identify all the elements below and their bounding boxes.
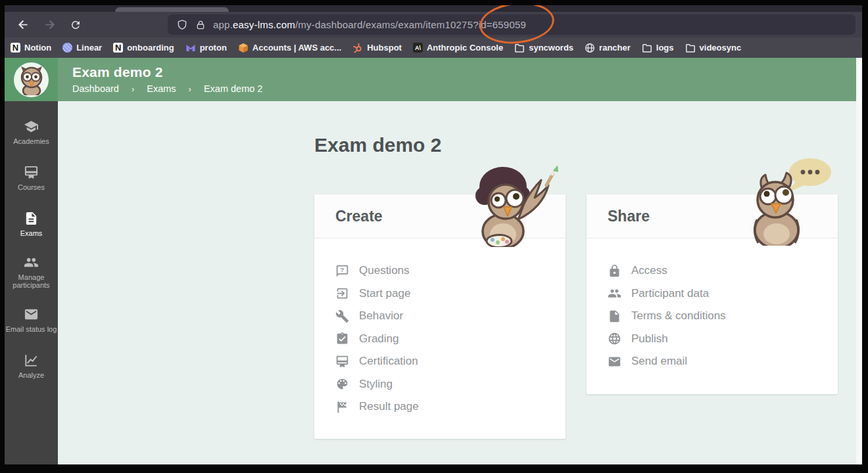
sidebar-item-manage-participants[interactable]: Manage participants xyxy=(5,247,58,297)
back-button[interactable] xyxy=(15,17,31,33)
bookmark-label: logs xyxy=(656,43,674,53)
sidebar-item-label: Academies xyxy=(13,137,49,145)
bookmark-linear[interactable]: Linear xyxy=(62,43,102,53)
bookmark-label: Notion xyxy=(24,43,51,53)
bookmark-onboarding[interactable]: Nonboarding xyxy=(113,43,174,53)
bookmark-anthropic-console[interactable]: A\Anthropic Console xyxy=(413,43,503,53)
url-bar[interactable]: app.easy-lms.com/my-dashboard/exams/exam… xyxy=(168,14,856,35)
wrench-icon xyxy=(335,309,349,323)
create-item-styling[interactable]: Styling xyxy=(335,373,566,396)
share-item-label: Participant data xyxy=(631,287,709,300)
bookmark-label: Anthropic Console xyxy=(427,43,503,53)
share-item-label: Access xyxy=(631,264,667,277)
sidebar-nav: Academies Courses Exams Manage participa… xyxy=(5,101,58,389)
bookmark-syncwords[interactable]: syncwords xyxy=(514,43,573,53)
graduation-cap-icon xyxy=(24,119,39,134)
sidebar-item-label: Manage participants xyxy=(8,273,55,289)
back-arrow-icon xyxy=(16,18,30,32)
share-item-publish[interactable]: Publish xyxy=(608,328,838,351)
breadcrumb-exams[interactable]: Exams xyxy=(147,83,176,94)
proton-mail-icon xyxy=(185,43,196,53)
notion-icon: N xyxy=(113,43,123,53)
create-item-start-page[interactable]: Start page xyxy=(335,282,566,305)
aws-cube-icon xyxy=(238,43,249,53)
globe-icon xyxy=(585,43,595,53)
bookmark-label: rancher xyxy=(599,43,631,53)
bookmark-label: Accounts | AWS acc... xyxy=(253,43,341,53)
enter-page-icon xyxy=(335,286,349,300)
sidebar: Academies Courses Exams Manage participa… xyxy=(5,58,58,464)
breadcrumb-dashboard[interactable]: Dashboard xyxy=(72,83,119,94)
hubspot-icon xyxy=(352,43,363,53)
share-item-send-email[interactable]: Send email xyxy=(608,350,838,373)
bookmark-rancher[interactable]: rancher xyxy=(585,43,631,53)
certificate-icon xyxy=(24,165,39,180)
sidebar-item-academies[interactable]: Academies xyxy=(5,109,58,155)
create-item-behavior[interactable]: Behavior xyxy=(335,305,566,328)
folder-icon xyxy=(514,43,525,53)
screenshot-frame: app.easy-lms.com/my-dashboard/exams/exam… xyxy=(0,0,868,473)
file-icon xyxy=(608,309,621,323)
mail-icon xyxy=(608,355,621,369)
mascot-owl-painter xyxy=(469,166,562,247)
mail-icon xyxy=(24,307,39,322)
create-item-label: Certification xyxy=(359,355,418,368)
share-item-label: Send email xyxy=(631,355,687,368)
bookmark-label: videosync xyxy=(700,43,742,53)
create-item-label: Questions xyxy=(359,264,410,277)
reload-icon xyxy=(70,19,82,31)
shield-icon[interactable] xyxy=(176,19,188,31)
url-domain: easy-lms.com xyxy=(233,19,295,30)
share-card-list: Access Participant data Terms & conditio… xyxy=(587,238,838,373)
sidebar-item-email-status-log[interactable]: Email status log xyxy=(5,297,58,343)
create-item-label: Styling xyxy=(359,378,393,391)
url-path: /my-dashboard/exams/exam/item10275?id=65… xyxy=(295,19,526,30)
create-item-grading[interactable]: Grading xyxy=(335,328,566,351)
anthropic-icon: A\ xyxy=(413,43,423,53)
create-item-result-page[interactable]: Result page xyxy=(335,395,566,418)
exam-title-heading: Exam demo 2 xyxy=(314,134,441,156)
forward-button[interactable] xyxy=(41,17,57,33)
bookmark-proton[interactable]: proton xyxy=(185,43,227,53)
bookmark-label: proton xyxy=(200,43,227,53)
share-item-label: Publish xyxy=(631,332,668,346)
bookmark-logs[interactable]: logs xyxy=(642,43,674,53)
browser-tab[interactable] xyxy=(115,7,229,12)
share-item-participant-data[interactable]: Participant data xyxy=(608,282,838,305)
create-item-certification[interactable]: Certification xyxy=(335,350,566,373)
sidebar-item-courses[interactable]: Courses xyxy=(5,155,58,201)
bookmark-aws-accounts[interactable]: Accounts | AWS acc... xyxy=(238,43,341,53)
sidebar-item-label: Analyze xyxy=(18,371,44,379)
app-logo[interactable] xyxy=(5,58,58,101)
folder-icon xyxy=(642,43,652,53)
page-scrollbar[interactable] xyxy=(856,58,862,464)
create-item-label: Start page xyxy=(359,287,410,300)
forward-arrow-icon xyxy=(43,18,57,32)
sidebar-item-label: Email status log xyxy=(6,325,57,333)
share-item-access[interactable]: Access xyxy=(608,259,838,282)
lock-icon xyxy=(608,264,621,278)
lock-icon[interactable] xyxy=(195,20,206,30)
bookmark-label: Hubspot xyxy=(367,43,402,53)
breadcrumb-current: Exam demo 2 xyxy=(204,83,262,94)
create-card-title: Create xyxy=(335,208,383,225)
bookmark-hubspot[interactable]: Hubspot xyxy=(352,43,402,53)
create-item-questions[interactable]: ? Questions xyxy=(335,259,566,282)
line-chart-icon xyxy=(24,353,39,368)
sidebar-item-exams[interactable]: Exams xyxy=(5,201,58,247)
share-item-terms-conditions[interactable]: Terms & conditions xyxy=(608,305,838,328)
globe-icon xyxy=(608,332,621,346)
reload-button[interactable] xyxy=(68,17,84,33)
bookmark-videosync[interactable]: videosync xyxy=(685,43,742,53)
share-card-title: Share xyxy=(608,208,650,225)
folder-icon xyxy=(685,43,696,53)
speech-bubble xyxy=(786,158,831,193)
linear-icon xyxy=(62,43,72,53)
url-text: app.easy-lms.com/my-dashboard/exams/exam… xyxy=(213,19,526,30)
bookmark-notion[interactable]: NNotion xyxy=(11,43,51,53)
bookmark-label: Linear xyxy=(76,43,102,53)
bookmark-label: syncwords xyxy=(529,43,573,53)
question-bubble-icon: ? xyxy=(335,264,349,278)
page-header: Exam demo 2 Dashboard › Exams › Exam dem… xyxy=(58,58,862,101)
sidebar-item-analyze[interactable]: Analyze xyxy=(5,343,58,389)
